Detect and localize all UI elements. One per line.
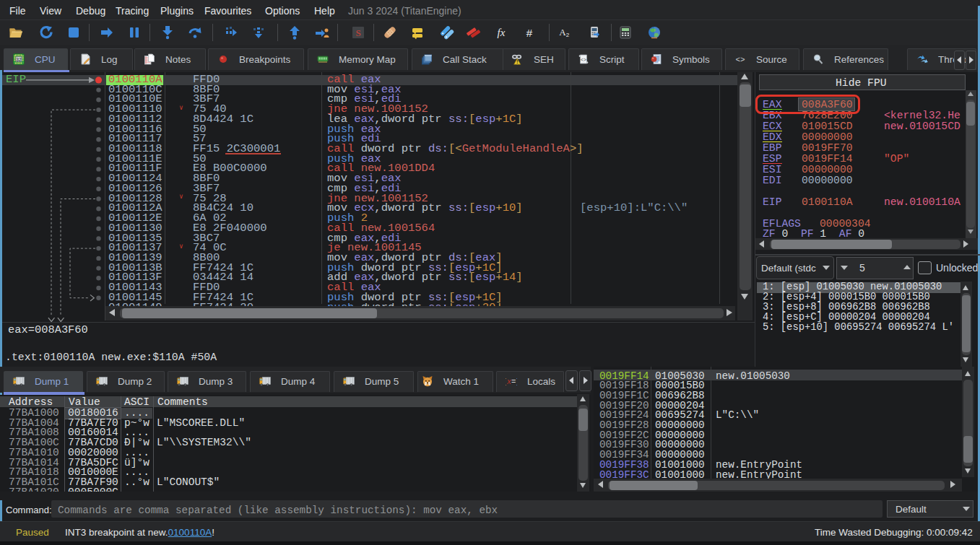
svg-text:<>: <> xyxy=(735,56,745,64)
svg-text:32: 32 xyxy=(16,57,22,62)
svg-text:[x=]: [x=] xyxy=(506,378,517,386)
svg-text:#: # xyxy=(526,27,533,39)
svg-text:2: 2 xyxy=(566,32,570,38)
svg-text:<>: <> xyxy=(581,58,586,63)
svg-text:S: S xyxy=(355,27,360,38)
svg-text:!: ! xyxy=(516,58,519,65)
svg-text:fx: fx xyxy=(498,27,506,38)
